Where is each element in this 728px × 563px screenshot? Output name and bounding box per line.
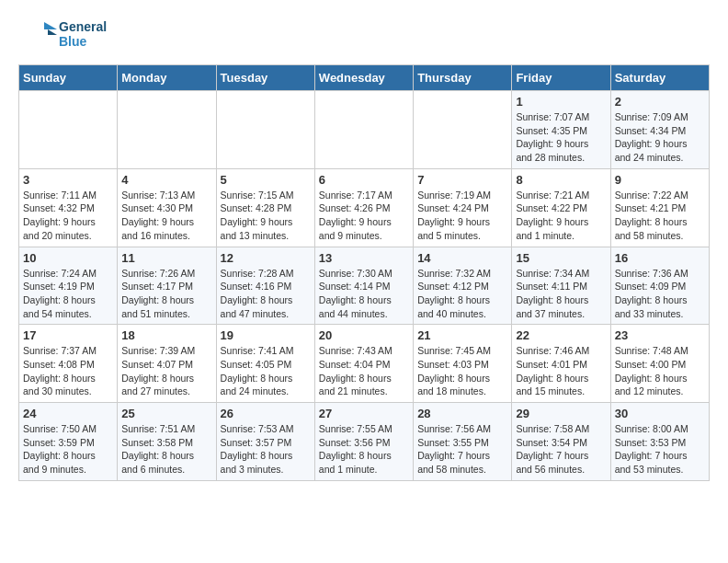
day-number: 18 <box>121 328 211 342</box>
day-cell: 14Sunrise: 7:32 AM Sunset: 4:12 PM Dayli… <box>414 247 512 325</box>
day-info: Sunrise: 8:00 AM Sunset: 3:53 PM Dayligh… <box>615 423 688 475</box>
day-info: Sunrise: 7:37 AM Sunset: 4:08 PM Dayligh… <box>23 345 97 396</box>
day-info: Sunrise: 7:48 AM Sunset: 4:00 PM Dayligh… <box>615 345 688 396</box>
header-cell-friday: Friday <box>512 65 610 91</box>
calendar-table: SundayMondayTuesdayWednesdayThursdayFrid… <box>18 64 710 481</box>
day-number: 15 <box>516 251 606 265</box>
page-header: General Blue <box>18 15 710 53</box>
day-number: 5 <box>221 173 311 187</box>
day-number: 6 <box>319 173 409 187</box>
day-number: 23 <box>615 328 705 342</box>
day-number: 22 <box>516 328 606 342</box>
day-number: 16 <box>615 251 705 265</box>
day-number: 3 <box>23 173 113 187</box>
day-info: Sunrise: 7:32 AM Sunset: 4:12 PM Dayligh… <box>417 268 491 319</box>
day-number: 25 <box>121 407 211 420</box>
day-cell: 5Sunrise: 7:15 AM Sunset: 4:28 PM Daylig… <box>216 168 314 247</box>
header-cell-tuesday: Tuesday <box>216 65 314 91</box>
day-cell: 24Sunrise: 7:50 AM Sunset: 3:59 PM Dayli… <box>19 403 118 481</box>
day-number: 9 <box>615 173 705 187</box>
day-info: Sunrise: 7:58 AM Sunset: 3:54 PM Dayligh… <box>516 423 589 475</box>
day-cell: 12Sunrise: 7:28 AM Sunset: 4:16 PM Dayli… <box>216 247 314 325</box>
day-info: Sunrise: 7:21 AM Sunset: 4:22 PM Dayligh… <box>516 190 589 241</box>
day-number: 4 <box>121 173 211 187</box>
day-cell: 16Sunrise: 7:36 AM Sunset: 4:09 PM Dayli… <box>610 247 709 325</box>
logo-bird-icon <box>18 15 57 53</box>
day-cell <box>19 91 118 169</box>
day-number: 14 <box>417 251 507 265</box>
logo-blue: Blue <box>59 34 107 49</box>
day-cell: 25Sunrise: 7:51 AM Sunset: 3:58 PM Dayli… <box>118 403 216 481</box>
day-number: 21 <box>417 328 507 342</box>
day-info: Sunrise: 7:15 AM Sunset: 4:28 PM Dayligh… <box>221 190 294 241</box>
day-number: 30 <box>615 407 705 420</box>
day-info: Sunrise: 7:43 AM Sunset: 4:04 PM Dayligh… <box>319 345 392 396</box>
day-cell: 2Sunrise: 7:09 AM Sunset: 4:34 PM Daylig… <box>610 91 709 169</box>
day-cell: 26Sunrise: 7:53 AM Sunset: 3:57 PM Dayli… <box>216 403 314 481</box>
day-cell: 7Sunrise: 7:19 AM Sunset: 4:24 PM Daylig… <box>414 168 512 247</box>
day-number: 12 <box>221 251 311 265</box>
day-cell: 21Sunrise: 7:45 AM Sunset: 4:03 PM Dayli… <box>414 325 512 403</box>
header-cell-monday: Monday <box>118 65 216 91</box>
day-info: Sunrise: 7:46 AM Sunset: 4:01 PM Dayligh… <box>516 345 589 396</box>
day-cell: 3Sunrise: 7:11 AM Sunset: 4:32 PM Daylig… <box>19 168 118 247</box>
day-cell <box>118 91 216 169</box>
header-cell-wednesday: Wednesday <box>314 65 413 91</box>
calendar-body: 1Sunrise: 7:07 AM Sunset: 4:35 PM Daylig… <box>19 91 710 481</box>
day-cell <box>414 91 512 169</box>
header-row: SundayMondayTuesdayWednesdayThursdayFrid… <box>19 65 710 91</box>
day-number: 7 <box>417 173 507 187</box>
day-info: Sunrise: 7:22 AM Sunset: 4:21 PM Dayligh… <box>615 190 688 241</box>
week-row-1: 1Sunrise: 7:07 AM Sunset: 4:35 PM Daylig… <box>19 91 710 169</box>
week-row-5: 24Sunrise: 7:50 AM Sunset: 3:59 PM Dayli… <box>19 403 710 481</box>
logo: General Blue <box>18 15 107 53</box>
day-number: 2 <box>615 95 705 109</box>
logo-general: General <box>59 19 107 34</box>
header-cell-saturday: Saturday <box>610 65 709 91</box>
calendar-header: SundayMondayTuesdayWednesdayThursdayFrid… <box>19 65 710 91</box>
day-cell: 9Sunrise: 7:22 AM Sunset: 4:21 PM Daylig… <box>610 168 709 247</box>
day-info: Sunrise: 7:51 AM Sunset: 3:58 PM Dayligh… <box>121 423 195 475</box>
day-cell: 18Sunrise: 7:39 AM Sunset: 4:07 PM Dayli… <box>118 325 216 403</box>
day-info: Sunrise: 7:17 AM Sunset: 4:26 PM Dayligh… <box>319 190 392 241</box>
day-number: 1 <box>516 95 606 109</box>
day-cell: 29Sunrise: 7:58 AM Sunset: 3:54 PM Dayli… <box>512 403 610 481</box>
day-number: 29 <box>516 407 606 420</box>
day-cell: 1Sunrise: 7:07 AM Sunset: 4:35 PM Daylig… <box>512 91 610 169</box>
day-info: Sunrise: 7:30 AM Sunset: 4:14 PM Dayligh… <box>319 268 392 319</box>
day-number: 17 <box>23 328 113 342</box>
day-info: Sunrise: 7:55 AM Sunset: 3:56 PM Dayligh… <box>319 423 392 475</box>
day-info: Sunrise: 7:24 AM Sunset: 4:19 PM Dayligh… <box>23 268 97 319</box>
day-number: 11 <box>121 251 211 265</box>
week-row-4: 17Sunrise: 7:37 AM Sunset: 4:08 PM Dayli… <box>19 325 710 403</box>
day-cell: 28Sunrise: 7:56 AM Sunset: 3:55 PM Dayli… <box>414 403 512 481</box>
day-cell: 4Sunrise: 7:13 AM Sunset: 4:30 PM Daylig… <box>118 168 216 247</box>
day-number: 27 <box>319 407 409 420</box>
day-info: Sunrise: 7:34 AM Sunset: 4:11 PM Dayligh… <box>516 268 589 319</box>
day-number: 8 <box>516 173 606 187</box>
day-number: 26 <box>221 407 311 420</box>
header-cell-thursday: Thursday <box>414 65 512 91</box>
day-info: Sunrise: 7:50 AM Sunset: 3:59 PM Dayligh… <box>23 423 97 475</box>
day-number: 24 <box>23 407 113 420</box>
day-info: Sunrise: 7:26 AM Sunset: 4:17 PM Dayligh… <box>121 268 195 319</box>
week-row-2: 3Sunrise: 7:11 AM Sunset: 4:32 PM Daylig… <box>19 168 710 247</box>
week-row-3: 10Sunrise: 7:24 AM Sunset: 4:19 PM Dayli… <box>19 247 710 325</box>
day-cell: 27Sunrise: 7:55 AM Sunset: 3:56 PM Dayli… <box>314 403 413 481</box>
day-number: 13 <box>319 251 409 265</box>
day-cell: 19Sunrise: 7:41 AM Sunset: 4:05 PM Dayli… <box>216 325 314 403</box>
day-info: Sunrise: 7:41 AM Sunset: 4:05 PM Dayligh… <box>221 345 294 396</box>
day-number: 20 <box>319 328 409 342</box>
day-info: Sunrise: 7:19 AM Sunset: 4:24 PM Dayligh… <box>417 190 491 241</box>
day-info: Sunrise: 7:53 AM Sunset: 3:57 PM Dayligh… <box>221 423 294 475</box>
day-cell: 23Sunrise: 7:48 AM Sunset: 4:00 PM Dayli… <box>610 325 709 403</box>
day-info: Sunrise: 7:39 AM Sunset: 4:07 PM Dayligh… <box>121 345 195 396</box>
header-cell-sunday: Sunday <box>19 65 118 91</box>
day-cell: 10Sunrise: 7:24 AM Sunset: 4:19 PM Dayli… <box>19 247 118 325</box>
day-cell: 11Sunrise: 7:26 AM Sunset: 4:17 PM Dayli… <box>118 247 216 325</box>
day-info: Sunrise: 7:07 AM Sunset: 4:35 PM Dayligh… <box>516 111 589 163</box>
day-cell: 13Sunrise: 7:30 AM Sunset: 4:14 PM Dayli… <box>314 247 413 325</box>
day-cell: 17Sunrise: 7:37 AM Sunset: 4:08 PM Dayli… <box>19 325 118 403</box>
day-cell: 8Sunrise: 7:21 AM Sunset: 4:22 PM Daylig… <box>512 168 610 247</box>
day-number: 19 <box>221 328 311 342</box>
